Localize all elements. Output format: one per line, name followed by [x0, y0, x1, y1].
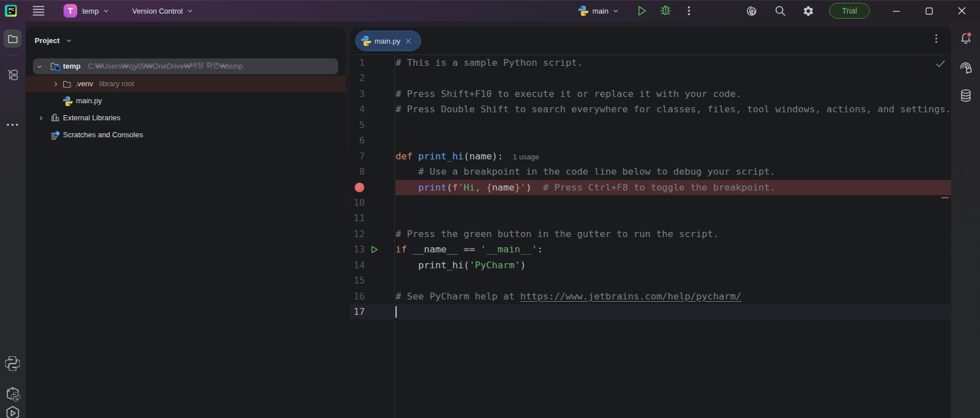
chevron-right-icon[interactable]	[37, 115, 45, 122]
code-line: # This is a sample Python script.	[396, 55, 951, 70]
chevron-down-icon	[102, 7, 110, 15]
tree-row-venv[interactable]: .venv library root	[26, 75, 346, 92]
code-line: # Press Double Shift to search everywher…	[396, 102, 951, 117]
editor: main.py 1# This is a sample Python scrip…	[350, 27, 951, 418]
code-editor-area[interactable]: 1# This is a sample Python script.23# Pr…	[350, 55, 951, 418]
ai-chat-icon	[959, 60, 973, 74]
code-line	[396, 70, 951, 86]
editor-options-kebab-icon[interactable]	[932, 32, 941, 45]
line-number[interactable]: 10	[350, 195, 365, 210]
tool-window-python-packages-button[interactable]	[4, 385, 21, 402]
chevron-right-icon[interactable]	[52, 81, 60, 88]
line-number[interactable]: 7	[350, 149, 365, 164]
project-tool-window: Project temp C:₩Users₩cjy09₩OneDrive₩₩te…	[26, 27, 346, 418]
pycharm-window: { "app": { "name": "PyCharm", "accent_co…	[0, 0, 980, 418]
services-icon	[5, 406, 20, 418]
minimize-button[interactable]	[885, 0, 907, 22]
chevron-down-icon	[186, 7, 194, 15]
code-line: print_hi('PyCharm')	[396, 257, 951, 273]
tree-item-name: temp	[63, 58, 81, 75]
tree-row-main-py[interactable]: main.py	[26, 92, 346, 109]
line-number[interactable]: 1	[350, 55, 365, 70]
python-icon	[578, 6, 588, 16]
svg-text:PC: PC	[9, 7, 14, 12]
chevron-down-icon	[612, 7, 620, 15]
database-tool-button[interactable]	[960, 89, 971, 102]
tree-item-name: .venv	[75, 75, 93, 92]
tree-item-name: main.py	[76, 92, 102, 109]
code-line	[396, 195, 951, 210]
tab-label: main.py	[375, 37, 401, 45]
tree-row-external-libraries[interactable]: External Libraries	[26, 109, 346, 126]
tree-item-path: C:₩Users₩cjy09₩OneDrive₩₩temp	[88, 58, 243, 75]
notification-badge-dot	[967, 32, 972, 37]
structure-icon	[6, 68, 19, 82]
editor-tab-bar: main.py	[350, 27, 951, 54]
tree-item-name: External Libraries	[63, 109, 120, 126]
chevron-down-icon	[65, 37, 73, 44]
line-number[interactable]: 14	[350, 257, 365, 273]
gutter-separator	[394, 55, 395, 418]
code-line	[396, 210, 951, 226]
code-line: # See PyCharm help at https://www.jetbra…	[396, 289, 951, 304]
more-actions-icon[interactable]	[684, 0, 693, 22]
line-number[interactable]: 3	[350, 86, 365, 102]
chevron-down-icon[interactable]	[36, 63, 43, 70]
line-number[interactable]: 15	[350, 273, 365, 288]
line-number[interactable]: 17	[350, 304, 365, 319]
pycharm-logo-icon[interactable]: PC	[5, 0, 17, 22]
tab-close-icon[interactable]	[405, 38, 411, 44]
tool-window-services-button[interactable]	[5, 406, 21, 418]
tab-main-py[interactable]: main.py	[355, 31, 421, 51]
folder-icon	[62, 79, 72, 89]
line-number[interactable]: 2	[350, 70, 365, 86]
project-badge: T	[64, 4, 77, 18]
project-selector[interactable]: T temp	[64, 0, 110, 22]
breakpoint-dot[interactable]	[355, 183, 364, 192]
usages-inlay-hint[interactable]: 1 usage	[513, 153, 539, 161]
line-number[interactable]: 5	[350, 117, 365, 133]
line-number[interactable]: 4	[350, 102, 365, 117]
libraries-icon	[51, 113, 60, 123]
tool-window-project-button[interactable]	[3, 29, 22, 48]
tree-row-scratches[interactable]: Scratches and Consoles	[26, 126, 346, 143]
run-config-selector[interactable]: main	[578, 0, 620, 22]
vcs-widget[interactable]: Version Control	[132, 0, 194, 22]
line-number[interactable]: 13	[350, 242, 365, 257]
line-number[interactable]: 6	[350, 133, 365, 148]
python-file-icon	[63, 96, 73, 106]
run-gutter-icon[interactable]	[370, 245, 379, 254]
maximize-button[interactable]	[918, 0, 940, 22]
ai-assistant-tool-button[interactable]	[959, 60, 973, 74]
right-tool-strip	[951, 22, 980, 418]
code-line: if __name__ == '__main__':	[396, 242, 951, 257]
line-number[interactable]: 8	[350, 164, 365, 179]
debug-button[interactable]	[659, 0, 672, 22]
run-button[interactable]	[636, 0, 648, 22]
search-icon[interactable]	[774, 0, 786, 22]
korean-text-path-segment	[191, 62, 220, 70]
settings-gear-icon[interactable]	[802, 0, 814, 22]
line-number[interactable]: 12	[350, 226, 365, 242]
project-panel-header[interactable]: Project	[35, 36, 73, 45]
folder-icon	[7, 33, 18, 44]
python-packages-icon	[5, 386, 20, 402]
notifications-bell-button[interactable]	[960, 31, 972, 46]
left-tool-strip	[0, 22, 26, 418]
line-number[interactable]: 11	[350, 210, 365, 226]
code-line: # Press Shift+F10 to execute it or repla…	[396, 86, 951, 102]
code-line: def print_hi(name):1 usage	[396, 149, 951, 164]
tool-window-python-console-button[interactable]	[5, 356, 20, 371]
tree-item-secondary: library root	[99, 75, 134, 92]
close-button[interactable]	[951, 0, 973, 22]
main-menu-icon[interactable]	[32, 0, 45, 22]
line-number[interactable]: 16	[350, 289, 365, 304]
ai-assistant-icon[interactable]	[745, 0, 758, 22]
trial-badge[interactable]: Trial	[829, 2, 870, 20]
code-line	[396, 273, 951, 288]
bell-icon	[960, 31, 972, 46]
more-tool-windows-button[interactable]	[3, 116, 22, 134]
database-icon	[960, 89, 971, 102]
tree-row-temp[interactable]: temp C:₩Users₩cjy09₩OneDrive₩₩temp	[26, 58, 346, 75]
tool-window-structure-button[interactable]	[3, 66, 22, 84]
